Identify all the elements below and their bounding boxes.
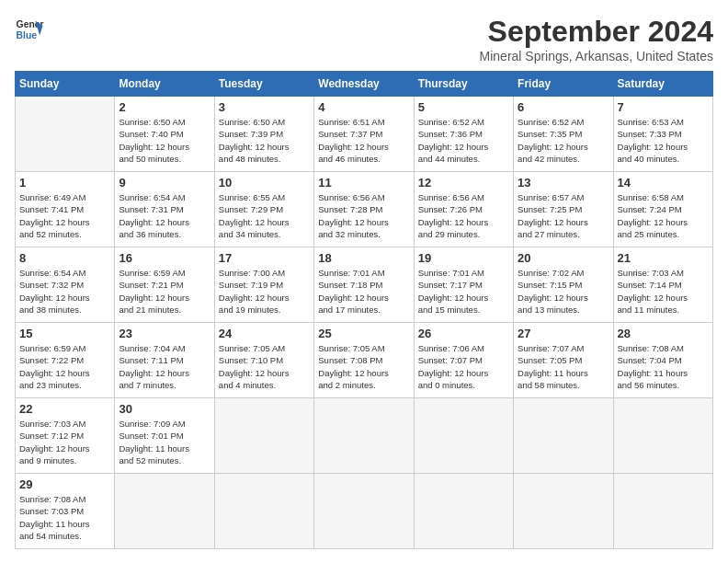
- day-number: 29: [19, 477, 110, 491]
- day-content: Sunrise: 6:53 AM Sunset: 7:33 PM Dayligh…: [618, 116, 709, 165]
- day-content: Sunrise: 6:58 AM Sunset: 7:24 PM Dayligh…: [618, 191, 709, 240]
- day-number: 10: [219, 176, 310, 190]
- day-number: 28: [618, 327, 709, 340]
- day-content: Sunrise: 6:51 AM Sunset: 7:37 PM Dayligh…: [318, 116, 409, 165]
- weekday-header: Thursday: [414, 72, 513, 97]
- day-content: Sunrise: 6:59 AM Sunset: 7:22 PM Dayligh…: [19, 342, 110, 391]
- calendar-cell: 7Sunrise: 6:53 AM Sunset: 7:33 PM Daylig…: [613, 97, 712, 172]
- day-content: Sunrise: 6:54 AM Sunset: 7:32 PM Dayligh…: [19, 267, 110, 316]
- calendar-cell: [214, 398, 313, 474]
- day-content: Sunrise: 6:56 AM Sunset: 7:26 PM Dayligh…: [418, 191, 509, 240]
- day-number: 15: [19, 327, 110, 340]
- day-number: 16: [119, 251, 210, 265]
- calendar-cell: 29Sunrise: 7:08 AM Sunset: 7:03 PM Dayli…: [16, 474, 115, 549]
- day-content: Sunrise: 7:01 AM Sunset: 7:17 PM Dayligh…: [418, 267, 509, 316]
- calendar-row: 22Sunrise: 7:03 AM Sunset: 7:12 PM Dayli…: [16, 398, 713, 474]
- logo-icon: General Blue: [15, 15, 44, 44]
- calendar-body: 2Sunrise: 6:50 AM Sunset: 7:40 PM Daylig…: [16, 97, 713, 549]
- day-content: Sunrise: 6:50 AM Sunset: 7:40 PM Dayligh…: [119, 116, 210, 165]
- calendar-cell: [314, 474, 414, 549]
- weekday-header: Saturday: [613, 72, 712, 97]
- header: General Blue September 2024 Mineral Spri…: [15, 15, 713, 63]
- calendar-cell: 28Sunrise: 7:08 AM Sunset: 7:04 PM Dayli…: [613, 323, 712, 398]
- calendar-cell: 4Sunrise: 6:51 AM Sunset: 7:37 PM Daylig…: [314, 97, 414, 172]
- calendar-cell: 19Sunrise: 7:01 AM Sunset: 7:17 PM Dayli…: [414, 247, 513, 323]
- day-content: Sunrise: 6:50 AM Sunset: 7:39 PM Dayligh…: [219, 116, 310, 165]
- calendar-header: SundayMondayTuesdayWednesdayThursdayFrid…: [16, 72, 713, 97]
- day-number: 3: [219, 100, 310, 114]
- calendar-cell: [613, 398, 712, 474]
- day-number: 9: [119, 176, 210, 190]
- calendar-cell: 26Sunrise: 7:06 AM Sunset: 7:07 PM Dayli…: [414, 323, 513, 398]
- day-number: 8: [19, 251, 110, 265]
- day-content: Sunrise: 7:01 AM Sunset: 7:18 PM Dayligh…: [318, 267, 409, 316]
- calendar-cell: [414, 474, 513, 549]
- calendar-cell: [514, 474, 613, 549]
- day-number: 13: [518, 176, 609, 190]
- day-content: Sunrise: 6:57 AM Sunset: 7:25 PM Dayligh…: [518, 191, 609, 240]
- day-content: Sunrise: 7:09 AM Sunset: 7:01 PM Dayligh…: [119, 418, 210, 466]
- day-number: 24: [219, 327, 310, 340]
- day-number: 11: [318, 176, 409, 190]
- day-content: Sunrise: 7:03 AM Sunset: 7:12 PM Dayligh…: [19, 418, 110, 466]
- day-number: 5: [418, 100, 509, 114]
- day-content: Sunrise: 7:08 AM Sunset: 7:03 PM Dayligh…: [19, 493, 110, 542]
- svg-text:Blue: Blue: [17, 30, 38, 40]
- calendar-cell: 25Sunrise: 7:05 AM Sunset: 7:08 PM Dayli…: [314, 323, 414, 398]
- calendar-cell: [16, 97, 115, 172]
- calendar-cell: [314, 398, 414, 474]
- calendar-cell: [514, 398, 613, 474]
- calendar-cell: 15Sunrise: 6:59 AM Sunset: 7:22 PM Dayli…: [16, 323, 115, 398]
- day-content: Sunrise: 6:55 AM Sunset: 7:29 PM Dayligh…: [219, 191, 310, 240]
- weekday-header: Sunday: [16, 72, 115, 97]
- day-number: 20: [518, 251, 609, 265]
- calendar-cell: 9Sunrise: 6:54 AM Sunset: 7:31 PM Daylig…: [115, 172, 214, 247]
- day-number: 30: [119, 402, 210, 416]
- location-title: Mineral Springs, Arkansas, United States: [480, 49, 713, 63]
- calendar-cell: 22Sunrise: 7:03 AM Sunset: 7:12 PM Dayli…: [16, 398, 115, 474]
- weekday-header: Friday: [514, 72, 613, 97]
- calendar-cell: [214, 474, 313, 549]
- day-number: 25: [318, 327, 409, 340]
- day-number: 1: [19, 176, 110, 190]
- calendar-cell: 3Sunrise: 6:50 AM Sunset: 7:39 PM Daylig…: [214, 97, 313, 172]
- day-content: Sunrise: 7:05 AM Sunset: 7:10 PM Dayligh…: [219, 342, 310, 391]
- weekday-header: Monday: [115, 72, 214, 97]
- day-content: Sunrise: 7:07 AM Sunset: 7:05 PM Dayligh…: [518, 342, 609, 391]
- calendar-cell: 14Sunrise: 6:58 AM Sunset: 7:24 PM Dayli…: [613, 172, 712, 247]
- calendar-cell: 30Sunrise: 7:09 AM Sunset: 7:01 PM Dayli…: [115, 398, 214, 474]
- calendar-cell: 20Sunrise: 7:02 AM Sunset: 7:15 PM Dayli…: [514, 247, 613, 323]
- weekday-row: SundayMondayTuesdayWednesdayThursdayFrid…: [16, 72, 713, 97]
- day-content: Sunrise: 7:05 AM Sunset: 7:08 PM Dayligh…: [318, 342, 409, 391]
- calendar-cell: 6Sunrise: 6:52 AM Sunset: 7:35 PM Daylig…: [514, 97, 613, 172]
- day-content: Sunrise: 6:52 AM Sunset: 7:36 PM Dayligh…: [418, 116, 509, 165]
- day-number: 23: [119, 327, 210, 340]
- calendar-row: 29Sunrise: 7:08 AM Sunset: 7:03 PM Dayli…: [16, 474, 713, 549]
- calendar-cell: 17Sunrise: 7:00 AM Sunset: 7:19 PM Dayli…: [214, 247, 313, 323]
- calendar-row: 2Sunrise: 6:50 AM Sunset: 7:40 PM Daylig…: [16, 97, 713, 172]
- day-number: 2: [119, 100, 210, 114]
- calendar-cell: [414, 398, 513, 474]
- calendar-cell: 16Sunrise: 6:59 AM Sunset: 7:21 PM Dayli…: [115, 247, 214, 323]
- calendar-cell: 10Sunrise: 6:55 AM Sunset: 7:29 PM Dayli…: [214, 172, 313, 247]
- day-number: 26: [418, 327, 509, 340]
- day-content: Sunrise: 7:08 AM Sunset: 7:04 PM Dayligh…: [618, 342, 709, 391]
- calendar-row: 15Sunrise: 6:59 AM Sunset: 7:22 PM Dayli…: [16, 323, 713, 398]
- calendar-cell: 1Sunrise: 6:49 AM Sunset: 7:41 PM Daylig…: [16, 172, 115, 247]
- day-number: 18: [318, 251, 409, 265]
- calendar-cell: [115, 474, 214, 549]
- day-number: 22: [19, 402, 110, 416]
- calendar-row: 8Sunrise: 6:54 AM Sunset: 7:32 PM Daylig…: [16, 247, 713, 323]
- calendar-cell: 21Sunrise: 7:03 AM Sunset: 7:14 PM Dayli…: [613, 247, 712, 323]
- day-content: Sunrise: 7:06 AM Sunset: 7:07 PM Dayligh…: [418, 342, 509, 391]
- calendar-cell: 27Sunrise: 7:07 AM Sunset: 7:05 PM Dayli…: [514, 323, 613, 398]
- day-number: 21: [618, 251, 709, 265]
- day-number: 19: [418, 251, 509, 265]
- calendar-cell: [613, 474, 712, 549]
- calendar-cell: 5Sunrise: 6:52 AM Sunset: 7:36 PM Daylig…: [414, 97, 513, 172]
- calendar-row: 1Sunrise: 6:49 AM Sunset: 7:41 PM Daylig…: [16, 172, 713, 247]
- calendar-cell: 13Sunrise: 6:57 AM Sunset: 7:25 PM Dayli…: [514, 172, 613, 247]
- month-title: September 2024: [480, 15, 713, 49]
- weekday-header: Tuesday: [214, 72, 313, 97]
- day-number: 27: [518, 327, 609, 340]
